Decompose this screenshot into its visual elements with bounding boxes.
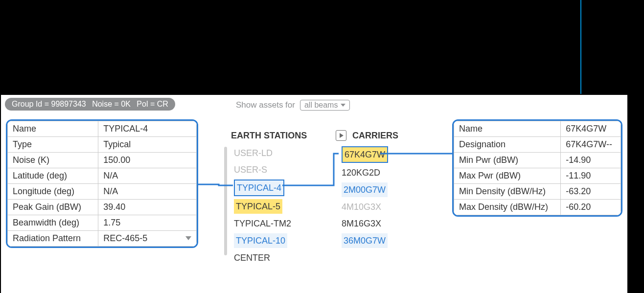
- list-item-label: TYPICAL-10: [234, 233, 287, 248]
- group-info-pill: Group Id = 99897343 Noise = 0K Pol = CR: [5, 98, 175, 111]
- beam-select[interactable]: all beams: [300, 100, 350, 111]
- prop-key: Type: [8, 137, 98, 153]
- list-item[interactable]: TYPICAL-4: [231, 178, 309, 198]
- list-item[interactable]: 8M16G3X: [339, 215, 417, 232]
- list-item-label: USER-S: [234, 165, 267, 175]
- prop-val: -63.20: [561, 184, 621, 200]
- list-item[interactable]: USER-S: [231, 161, 309, 178]
- carriers-list: 67K4G7W 120KG2D 2M00G7W 4M10G3X 8M16G3X …: [339, 145, 417, 266]
- list-item[interactable]: 2M00G7W: [339, 181, 417, 199]
- table-row: Longitude (deg)N/A: [8, 184, 197, 200]
- table-row: Name67K4G7W: [454, 121, 621, 137]
- prop-key: Beamwidth (deg): [8, 215, 98, 231]
- prop-key: Longitude (deg): [8, 184, 98, 200]
- prop-val: -11.90: [561, 168, 621, 184]
- prop-key: Min Density (dBW/Hz): [454, 184, 561, 200]
- list-item-label: CENTER: [234, 253, 270, 263]
- list-item-label: TYPICAL-4: [234, 180, 284, 196]
- table-row: Designation67K4G7W--: [454, 137, 621, 153]
- group-id-text: Group Id = 99897343: [12, 100, 86, 109]
- list-item-label: USER-LD: [234, 148, 273, 158]
- list-item[interactable]: 36M0G7W: [339, 232, 417, 249]
- list-item[interactable]: TYPICAL-10: [231, 232, 309, 249]
- center-lists: EARTH STATIONS CARRIERS USER-LD USER-S T…: [231, 130, 446, 266]
- prop-val: 67K4G7W: [561, 121, 621, 137]
- play-icon: [340, 133, 344, 138]
- carriers-heading: CARRIERS: [352, 131, 398, 141]
- table-row: Noise (K)150.00: [8, 153, 197, 168]
- table-row: Peak Gain (dBW)39.40: [8, 200, 197, 215]
- list-item[interactable]: TYPICAL-TM2: [231, 215, 309, 232]
- table-row: Min Density (dBW/Hz)-63.20: [454, 184, 621, 200]
- prop-val[interactable]: 39.40: [98, 200, 197, 215]
- table-row: Latitude (deg)N/A: [8, 168, 197, 184]
- carrier-props-table: Name67K4G7W Designation67K4G7W-- Min Pwr…: [452, 119, 622, 217]
- list-item[interactable]: USER-LD: [231, 145, 309, 161]
- prop-key: Max Density (dBW/Hz): [454, 200, 561, 215]
- prop-val[interactable]: Typical: [98, 137, 197, 153]
- prop-val[interactable]: N/A: [98, 168, 197, 184]
- table-row: Radiation PatternREC-465-5: [8, 231, 197, 247]
- prop-key: Noise (K): [8, 153, 98, 168]
- list-item-label: 8M16G3X: [342, 219, 381, 228]
- table-row: Min Pwr (dBW)-14.90: [454, 153, 621, 168]
- prop-val[interactable]: REC-465-5: [98, 231, 197, 247]
- noise-text: Noise = 0K: [92, 100, 131, 109]
- prop-key: Latitude (deg): [8, 168, 98, 184]
- earth-stations-list: USER-LD USER-S TYPICAL-4 TYPICAL-5 TYPIC…: [231, 145, 309, 266]
- table-row: Max Density (dBW/Hz)-60.20: [454, 200, 621, 215]
- table-row: Beamwidth (deg)1.75: [8, 215, 197, 231]
- table-row: TypeTypical: [8, 137, 197, 153]
- show-assets-row: Show assets for all beams: [236, 100, 350, 111]
- table-row: Max Pwr (dBW)-11.90: [454, 168, 621, 184]
- beam-select-value: all beams: [304, 101, 338, 110]
- show-assets-label: Show assets for: [236, 100, 295, 110]
- prop-key: Designation: [454, 137, 561, 153]
- pol-text: Pol = CR: [137, 100, 168, 109]
- prop-val[interactable]: N/A: [98, 184, 197, 200]
- prop-key: Name: [8, 121, 98, 137]
- prop-key: Radiation Pattern: [8, 231, 98, 247]
- earth-stations-heading: EARTH STATIONS: [231, 131, 334, 141]
- prop-val: 67K4G7W--: [561, 137, 621, 153]
- list-item-label: 4M10G3X: [342, 202, 381, 212]
- list-item-label: 67K4G7W: [342, 146, 388, 163]
- prop-val: -14.90: [561, 153, 621, 168]
- chevron-down-icon: [341, 104, 345, 107]
- list-item[interactable]: CENTER: [231, 249, 309, 266]
- list-item[interactable]: TYPICAL-5: [231, 198, 309, 215]
- prop-val[interactable]: 150.00: [98, 153, 197, 168]
- list-item[interactable]: 4M10G3X: [339, 199, 417, 215]
- prop-key: Peak Gain (dBW): [8, 200, 98, 215]
- chevron-down-icon: [185, 236, 191, 240]
- prop-val[interactable]: 1.75: [98, 215, 197, 231]
- play-button[interactable]: [336, 130, 346, 141]
- main-panel: Group Id = 99897343 Noise = 0K Pol = CR …: [0, 94, 628, 293]
- prop-val: -60.20: [561, 200, 621, 215]
- prop-key: Min Pwr (dBW): [454, 153, 561, 168]
- list-item-label: 36M0G7W: [342, 233, 388, 248]
- table-row: NameTYPICAL-4: [8, 121, 197, 137]
- prop-key: Name: [454, 121, 561, 137]
- list-item-label: TYPICAL-TM2: [234, 219, 291, 228]
- prop-key: Max Pwr (dBW): [454, 168, 561, 184]
- list-item-label: 120KG2D: [342, 168, 380, 178]
- prop-val[interactable]: TYPICAL-4: [98, 121, 197, 137]
- earth-station-props-table: NameTYPICAL-4 TypeTypical Noise (K)150.0…: [6, 119, 198, 248]
- list-item-label: 2M00G7W: [342, 182, 388, 197]
- scrollbar[interactable]: [224, 147, 227, 255]
- list-item[interactable]: 120KG2D: [339, 164, 417, 181]
- list-item[interactable]: 67K4G7W: [339, 145, 417, 164]
- list-item-label: TYPICAL-5: [234, 199, 282, 214]
- prop-val-text: REC-465-5: [103, 233, 147, 243]
